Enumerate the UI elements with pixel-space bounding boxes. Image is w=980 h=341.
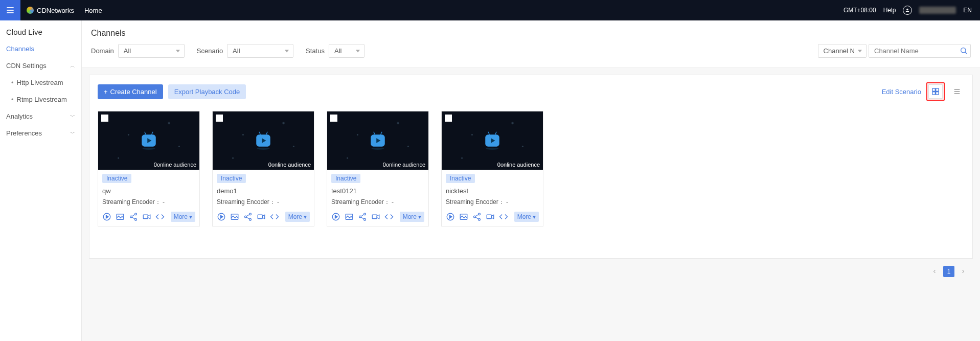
page-prev-button[interactable]: [929, 266, 940, 277]
main-content: Channels Domain All Scenario All Status …: [82, 20, 980, 341]
status-badge: Inactive: [217, 174, 246, 183]
play-circle-icon[interactable]: [217, 212, 226, 221]
filter-scenario-select[interactable]: All: [227, 44, 293, 58]
svg-point-54: [486, 148, 499, 150]
svg-rect-6: [932, 88, 935, 91]
username-redacted: [919, 7, 956, 14]
sidebar-item-label: Analytics: [6, 112, 33, 120]
record-icon[interactable]: [371, 212, 380, 221]
grid-view-highlight: [926, 82, 945, 101]
code-icon[interactable]: [499, 212, 508, 221]
svg-rect-50: [372, 215, 377, 219]
create-channel-button[interactable]: + Create Channel: [98, 84, 163, 99]
svg-rect-8: [932, 92, 935, 95]
encoder-info: Streaming Encoder： -: [217, 198, 310, 207]
filter-domain-label: Domain: [91, 47, 114, 55]
card-actions: More ▾: [442, 207, 543, 226]
play-circle-icon[interactable]: [102, 212, 111, 221]
chevron-up-icon: ︿: [70, 62, 75, 70]
status-badge: Inactive: [446, 174, 475, 183]
sidebar-item-analytics[interactable]: Analytics ﹀: [0, 108, 81, 125]
image-icon[interactable]: [459, 212, 468, 221]
svg-line-5: [965, 52, 967, 54]
filter-scenario-label: Scenario: [197, 47, 223, 55]
sidebar-item-preferences[interactable]: Preferences ﹀: [0, 125, 81, 142]
image-icon[interactable]: [230, 212, 239, 221]
more-button[interactable]: More ▾: [400, 212, 424, 222]
share-icon[interactable]: [129, 212, 138, 221]
channel-card: 0online audience Inactive qw Streaming E…: [98, 111, 200, 226]
help-link[interactable]: Help: [883, 7, 896, 14]
sidebar-item-http-livestream[interactable]: Http Livestream: [0, 74, 81, 91]
grid-view-button[interactable]: [928, 84, 943, 99]
encoder-info: Streaming Encoder： -: [446, 198, 539, 207]
sidebar-item-rtmp-livestream[interactable]: Rtmp Livestream: [0, 91, 81, 108]
more-button[interactable]: More ▾: [285, 212, 310, 222]
code-icon[interactable]: [155, 212, 165, 221]
channel-thumbnail[interactable]: 0online audience: [442, 111, 543, 170]
select-checkbox[interactable]: [330, 115, 337, 122]
select-checkbox[interactable]: [216, 115, 223, 122]
page-next-button[interactable]: [958, 266, 969, 277]
play-circle-icon[interactable]: [446, 212, 455, 221]
svg-rect-63: [487, 215, 491, 219]
search-type-select[interactable]: Channel N: [818, 44, 867, 58]
channel-card: 0online audience Inactive demo1 Streamin…: [212, 111, 314, 226]
brand-logo-icon: [27, 7, 34, 14]
filter-domain-select[interactable]: All: [118, 44, 185, 58]
svg-line-23: [132, 217, 135, 219]
status-badge: Inactive: [102, 174, 131, 183]
export-playback-button[interactable]: Export Playback Code: [168, 84, 246, 99]
search-input[interactable]: [869, 44, 971, 58]
channel-name: nicktest: [446, 187, 539, 195]
share-icon[interactable]: [472, 212, 482, 221]
svg-line-62: [475, 217, 478, 219]
play-tv-icon: [138, 130, 160, 151]
chevron-down-icon: ﹀: [70, 130, 75, 137]
pagination: 1: [89, 259, 973, 280]
language-switch[interactable]: EN: [963, 7, 972, 14]
search-button[interactable]: [959, 46, 969, 56]
channel-thumbnail[interactable]: 0online audience: [98, 111, 199, 170]
code-icon[interactable]: [384, 212, 394, 221]
share-icon[interactable]: [243, 212, 253, 221]
edit-scenario-link[interactable]: Edit Scenario: [882, 88, 921, 96]
card-actions: More ▾: [213, 207, 314, 226]
record-icon[interactable]: [257, 212, 266, 221]
sidebar-item-channels[interactable]: Channels: [0, 40, 81, 57]
chevron-down-icon: ﹀: [70, 113, 75, 120]
share-icon[interactable]: [358, 212, 367, 221]
nav-home[interactable]: Home: [84, 7, 102, 14]
timezone-label[interactable]: GMT+08:00: [844, 7, 876, 14]
list-view-button[interactable]: [950, 84, 964, 99]
user-avatar-icon[interactable]: [903, 6, 912, 15]
svg-point-41: [372, 148, 384, 150]
svg-point-15: [143, 148, 155, 150]
page-title: Channels: [82, 20, 980, 44]
channel-thumbnail[interactable]: 0online audience: [213, 111, 314, 170]
page-number-current[interactable]: 1: [943, 266, 954, 277]
record-icon[interactable]: [142, 212, 151, 221]
cards-grid: 0online audience Inactive qw Streaming E…: [89, 106, 972, 237]
play-tv-icon: [481, 130, 504, 151]
channel-thumbnail[interactable]: 0online audience: [327, 111, 428, 170]
play-circle-icon[interactable]: [331, 212, 340, 221]
filter-status-select[interactable]: All: [329, 44, 364, 58]
image-icon[interactable]: [116, 212, 125, 221]
select-checkbox[interactable]: [101, 115, 108, 122]
main-menu-toggle[interactable]: [0, 0, 20, 20]
brand-logo[interactable]: CDNetworks: [27, 7, 74, 14]
more-button[interactable]: More ▾: [514, 212, 539, 222]
sidebar-item-label: Channels: [6, 45, 34, 53]
card-actions: More ▾: [327, 207, 428, 226]
encoder-info: Streaming Encoder： -: [331, 198, 424, 207]
record-icon[interactable]: [486, 212, 495, 221]
code-icon[interactable]: [270, 212, 279, 221]
select-checkbox[interactable]: [445, 115, 452, 122]
image-icon[interactable]: [345, 212, 354, 221]
brand-name: CDNetworks: [37, 7, 74, 14]
filter-bar: Domain All Scenario All Status All Chann…: [82, 44, 980, 67]
sidebar-item-cdn-settings[interactable]: CDN Settings ︿: [0, 57, 81, 74]
sidebar: Cloud Live Channels CDN Settings ︿ Http …: [0, 20, 82, 341]
more-button[interactable]: More ▾: [171, 212, 195, 222]
